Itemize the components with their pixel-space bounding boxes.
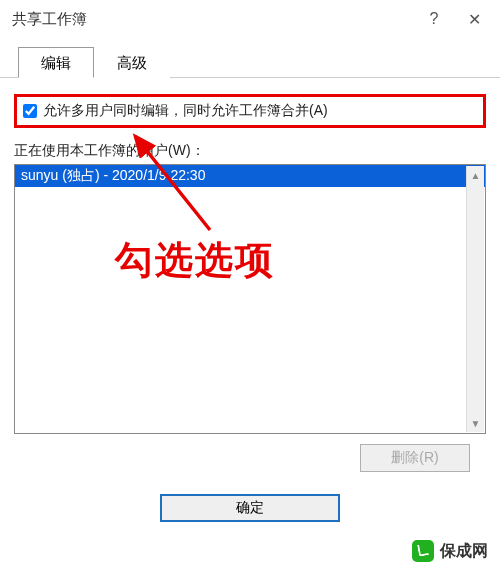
allow-multi-user-row: 允许多用户同时编辑，同时允许工作簿合并(A): [14, 94, 486, 128]
scrollbar[interactable]: ▲ ▼: [466, 166, 484, 432]
users-listbox[interactable]: sunyu (独占) - 2020/1/9 22:30 ▲ ▼: [14, 164, 486, 434]
scroll-up-icon[interactable]: ▲: [467, 166, 485, 184]
ok-button-label: 确定: [236, 499, 264, 517]
remove-button-row: 删除(R): [14, 434, 486, 478]
remove-button: 删除(R): [360, 444, 470, 472]
window-title: 共享工作簿: [12, 10, 414, 29]
ok-button[interactable]: 确定: [160, 494, 340, 522]
tab-editing[interactable]: 编辑: [18, 47, 94, 78]
watermark: 保成网: [408, 538, 492, 564]
allow-multi-user-label[interactable]: 允许多用户同时编辑，同时允许工作簿合并(A): [43, 102, 328, 120]
list-item[interactable]: sunyu (独占) - 2020/1/9 22:30: [15, 165, 485, 187]
users-label: 正在使用本工作簿的用户(W)：: [14, 142, 486, 160]
scroll-down-icon[interactable]: ▼: [467, 414, 485, 432]
tab-advanced-label: 高级: [117, 54, 147, 71]
tab-advanced[interactable]: 高级: [94, 47, 170, 78]
dialog-footer: 确定: [0, 488, 500, 532]
tabstrip: 编辑 高级: [0, 46, 500, 78]
close-button[interactable]: ✕: [454, 4, 494, 34]
question-icon: ?: [430, 10, 439, 28]
allow-multi-user-checkbox[interactable]: [23, 104, 37, 118]
tab-editing-label: 编辑: [41, 54, 71, 71]
users-listbox-wrap: sunyu (独占) - 2020/1/9 22:30 ▲ ▼: [14, 164, 486, 434]
remove-button-label: 删除(R): [391, 449, 438, 467]
editing-panel: 允许多用户同时编辑，同时允许工作簿合并(A) 正在使用本工作簿的用户(W)： s…: [0, 78, 500, 488]
share-workbook-dialog: 共享工作簿 ? ✕ 编辑 高级 允许多用户同时编辑，同时允许工作簿合并(A) 正…: [0, 0, 500, 572]
watermark-text: 保成网: [440, 541, 488, 562]
close-icon: ✕: [468, 10, 481, 29]
titlebar: 共享工作簿 ? ✕: [0, 0, 500, 38]
help-button[interactable]: ?: [414, 4, 454, 34]
watermark-logo-icon: [412, 540, 434, 562]
